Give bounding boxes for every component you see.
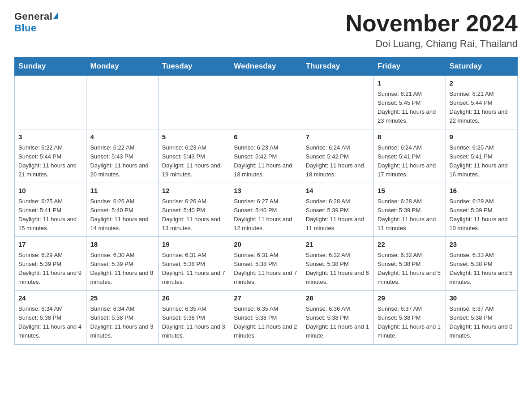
header-friday: Friday [374, 57, 446, 76]
calendar-cell [230, 76, 302, 129]
day-number: 15 [378, 186, 442, 196]
week-row-2: 3Sunrise: 6:22 AM Sunset: 5:44 PM Daylig… [15, 129, 518, 183]
day-number: 20 [234, 240, 298, 250]
day-number: 10 [18, 186, 82, 196]
calendar-cell: 17Sunrise: 6:29 AM Sunset: 5:39 PM Dayli… [15, 237, 86, 291]
day-number: 25 [90, 293, 154, 304]
week-row-4: 17Sunrise: 6:29 AM Sunset: 5:39 PM Dayli… [15, 237, 518, 291]
logo-triangle-icon [53, 13, 58, 19]
calendar-cell: 18Sunrise: 6:30 AM Sunset: 5:39 PM Dayli… [86, 237, 158, 291]
day-number: 6 [234, 132, 298, 142]
day-info: Sunrise: 6:23 AM Sunset: 5:43 PM Dayligh… [162, 143, 226, 180]
day-info: Sunrise: 6:24 AM Sunset: 5:41 PM Dayligh… [378, 143, 442, 180]
month-title: November 2024 [346, 11, 518, 36]
header-saturday: Saturday [446, 57, 517, 76]
day-info: Sunrise: 6:25 AM Sunset: 5:41 PM Dayligh… [450, 143, 514, 180]
day-info: Sunrise: 6:23 AM Sunset: 5:42 PM Dayligh… [234, 143, 298, 180]
day-number: 21 [306, 240, 370, 250]
day-info: Sunrise: 6:26 AM Sunset: 5:40 PM Dayligh… [162, 197, 226, 233]
day-info: Sunrise: 6:32 AM Sunset: 5:38 PM Dayligh… [378, 251, 442, 287]
calendar-cell: 2Sunrise: 6:21 AM Sunset: 5:44 PM Daylig… [446, 76, 517, 129]
day-number: 30 [450, 293, 514, 304]
week-row-1: 1Sunrise: 6:21 AM Sunset: 5:45 PM Daylig… [15, 76, 518, 129]
day-info: Sunrise: 6:24 AM Sunset: 5:42 PM Dayligh… [306, 143, 370, 180]
day-number: 2 [450, 78, 514, 89]
calendar-cell: 14Sunrise: 6:28 AM Sunset: 5:39 PM Dayli… [302, 183, 373, 237]
day-info: Sunrise: 6:21 AM Sunset: 5:44 PM Dayligh… [450, 90, 514, 126]
day-number: 11 [90, 186, 154, 196]
day-info: Sunrise: 6:21 AM Sunset: 5:45 PM Dayligh… [378, 90, 442, 126]
calendar-cell: 29Sunrise: 6:37 AM Sunset: 5:38 PM Dayli… [374, 291, 446, 344]
calendar-cell: 23Sunrise: 6:33 AM Sunset: 5:38 PM Dayli… [446, 237, 517, 291]
day-number: 7 [306, 132, 370, 142]
logo-general-text: General [14, 11, 52, 22]
day-info: Sunrise: 6:22 AM Sunset: 5:43 PM Dayligh… [90, 143, 154, 180]
header-thursday: Thursday [302, 57, 373, 76]
logo: General Blue [14, 11, 58, 34]
calendar-cell: 19Sunrise: 6:31 AM Sunset: 5:38 PM Dayli… [158, 237, 230, 291]
calendar-cell: 10Sunrise: 6:25 AM Sunset: 5:41 PM Dayli… [15, 183, 86, 237]
header-tuesday: Tuesday [158, 57, 230, 76]
calendar-cell: 13Sunrise: 6:27 AM Sunset: 5:40 PM Dayli… [230, 183, 302, 237]
location-title: Doi Luang, Chiang Rai, Thailand [346, 38, 518, 50]
day-number: 18 [90, 240, 154, 250]
day-info: Sunrise: 6:37 AM Sunset: 5:38 PM Dayligh… [450, 304, 514, 341]
day-number: 27 [234, 293, 298, 304]
calendar-cell: 11Sunrise: 6:26 AM Sunset: 5:40 PM Dayli… [86, 183, 158, 237]
calendar-cell: 16Sunrise: 6:29 AM Sunset: 5:39 PM Dayli… [446, 183, 517, 237]
calendar-cell: 7Sunrise: 6:24 AM Sunset: 5:42 PM Daylig… [302, 129, 373, 183]
header-wednesday: Wednesday [230, 57, 302, 76]
calendar-cell: 9Sunrise: 6:25 AM Sunset: 5:41 PM Daylig… [446, 129, 517, 183]
calendar-cell: 5Sunrise: 6:23 AM Sunset: 5:43 PM Daylig… [158, 129, 230, 183]
day-number: 23 [450, 240, 514, 250]
day-info: Sunrise: 6:28 AM Sunset: 5:39 PM Dayligh… [306, 197, 370, 233]
day-info: Sunrise: 6:22 AM Sunset: 5:44 PM Dayligh… [18, 143, 82, 180]
calendar-cell [15, 76, 86, 129]
calendar-cell: 27Sunrise: 6:35 AM Sunset: 5:38 PM Dayli… [230, 291, 302, 344]
day-number: 29 [378, 293, 442, 304]
day-info: Sunrise: 6:32 AM Sunset: 5:38 PM Dayligh… [306, 251, 370, 287]
day-info: Sunrise: 6:31 AM Sunset: 5:38 PM Dayligh… [162, 251, 226, 287]
day-number: 28 [306, 293, 370, 304]
day-info: Sunrise: 6:30 AM Sunset: 5:39 PM Dayligh… [90, 251, 154, 287]
title-area: November 2024 Doi Luang, Chiang Rai, Tha… [346, 11, 518, 50]
day-info: Sunrise: 6:33 AM Sunset: 5:38 PM Dayligh… [450, 251, 514, 287]
calendar-cell: 25Sunrise: 6:34 AM Sunset: 5:38 PM Dayli… [86, 291, 158, 344]
day-info: Sunrise: 6:36 AM Sunset: 5:38 PM Dayligh… [306, 304, 370, 341]
header: General Blue November 2024 Doi Luang, Ch… [14, 11, 518, 50]
calendar-cell: 22Sunrise: 6:32 AM Sunset: 5:38 PM Dayli… [374, 237, 446, 291]
day-info: Sunrise: 6:29 AM Sunset: 5:39 PM Dayligh… [18, 251, 82, 287]
calendar-cell: 20Sunrise: 6:31 AM Sunset: 5:38 PM Dayli… [230, 237, 302, 291]
calendar-cell: 26Sunrise: 6:35 AM Sunset: 5:38 PM Dayli… [158, 291, 230, 344]
day-info: Sunrise: 6:27 AM Sunset: 5:40 PM Dayligh… [234, 197, 298, 233]
header-monday: Monday [86, 57, 158, 76]
day-info: Sunrise: 6:34 AM Sunset: 5:38 PM Dayligh… [90, 304, 154, 341]
day-info: Sunrise: 6:37 AM Sunset: 5:38 PM Dayligh… [378, 304, 442, 341]
calendar-cell: 1Sunrise: 6:21 AM Sunset: 5:45 PM Daylig… [374, 76, 446, 129]
calendar-cell: 6Sunrise: 6:23 AM Sunset: 5:42 PM Daylig… [230, 129, 302, 183]
day-number: 26 [162, 293, 226, 304]
day-number: 19 [162, 240, 226, 250]
calendar-cell: 4Sunrise: 6:22 AM Sunset: 5:43 PM Daylig… [86, 129, 158, 183]
day-number: 13 [234, 186, 298, 196]
calendar-cell: 3Sunrise: 6:22 AM Sunset: 5:44 PM Daylig… [15, 129, 86, 183]
day-info: Sunrise: 6:25 AM Sunset: 5:41 PM Dayligh… [18, 197, 82, 233]
logo-blue-text: Blue [14, 22, 37, 34]
day-number: 24 [18, 293, 82, 304]
day-info: Sunrise: 6:35 AM Sunset: 5:38 PM Dayligh… [162, 304, 226, 341]
calendar-table: SundayMondayTuesdayWednesdayThursdayFrid… [14, 57, 518, 344]
day-info: Sunrise: 6:28 AM Sunset: 5:39 PM Dayligh… [378, 197, 442, 233]
week-row-5: 24Sunrise: 6:34 AM Sunset: 5:38 PM Dayli… [15, 291, 518, 344]
day-number: 12 [162, 186, 226, 196]
calendar-cell [86, 76, 158, 129]
calendar-cell: 28Sunrise: 6:36 AM Sunset: 5:38 PM Dayli… [302, 291, 373, 344]
header-row: SundayMondayTuesdayWednesdayThursdayFrid… [15, 57, 518, 76]
calendar-cell: 24Sunrise: 6:34 AM Sunset: 5:38 PM Dayli… [15, 291, 86, 344]
day-number: 22 [378, 240, 442, 250]
day-number: 17 [18, 240, 82, 250]
day-info: Sunrise: 6:34 AM Sunset: 5:38 PM Dayligh… [18, 304, 82, 341]
day-number: 8 [378, 132, 442, 142]
day-number: 16 [450, 186, 514, 196]
header-sunday: Sunday [15, 57, 86, 76]
day-number: 9 [450, 132, 514, 142]
